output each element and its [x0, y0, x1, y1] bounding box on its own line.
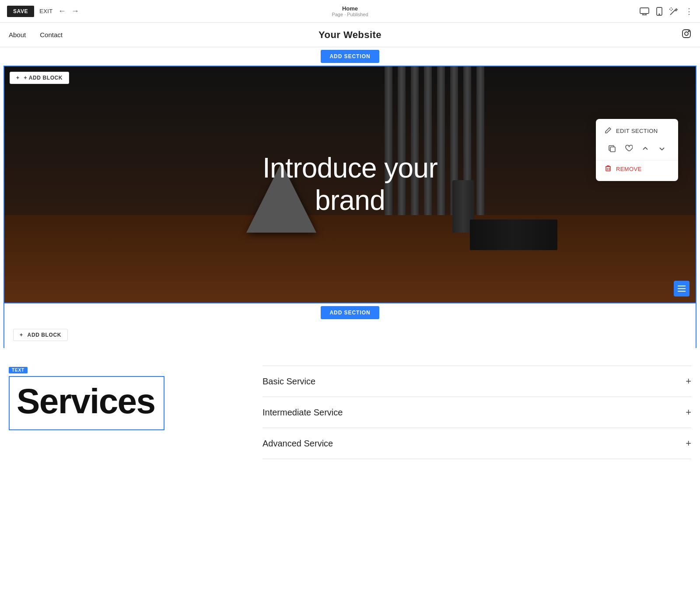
hero-headline-line2: brand	[262, 185, 438, 217]
service-name-advanced: Advanced Service	[262, 439, 333, 449]
move-down-icon-button[interactable]	[654, 143, 669, 157]
service-expand-intermediate[interactable]: +	[686, 407, 691, 418]
add-block-label-2: ADD BLOCK	[28, 332, 61, 338]
svg-point-13	[689, 31, 690, 32]
toolbar: SAVE EXIT ← → Home Page · Published	[0, 0, 700, 23]
add-section-middle: ADD SECTION	[4, 303, 696, 322]
svg-point-5	[659, 14, 660, 14]
remove-item[interactable]: REMOVE	[596, 160, 678, 178]
instagram-icon[interactable]	[682, 31, 691, 40]
book-decoration	[470, 220, 557, 250]
edit-section-label: EDIT SECTION	[616, 128, 658, 134]
toolbar-center: Home Page · Published	[332, 5, 368, 17]
favorite-icon-button[interactable]	[621, 143, 636, 157]
context-menu: EDIT SECTION	[596, 119, 678, 181]
svg-rect-17	[610, 147, 615, 152]
services-section: TEXT Services Basic Service + Intermedia…	[0, 348, 700, 485]
hero-section: + + ADD BLOCK Introduce your brand	[4, 66, 696, 303]
services-left: TEXT Services	[9, 366, 236, 459]
menu-icon-row	[596, 139, 678, 160]
services-text-badge: TEXT	[9, 367, 28, 373]
exit-button[interactable]: EXIT	[39, 8, 52, 14]
service-name-basic: Basic Service	[262, 376, 315, 387]
add-block-label: + ADD BLOCK	[24, 75, 63, 81]
toolbar-left: SAVE EXIT ← →	[7, 6, 79, 17]
service-expand-advanced[interactable]: +	[686, 438, 691, 449]
edit-section-item[interactable]: EDIT SECTION	[596, 122, 678, 139]
add-block-button-2[interactable]: + ADD BLOCK	[13, 329, 68, 341]
svg-rect-18	[606, 167, 610, 171]
magic-wand-button[interactable]	[669, 7, 678, 16]
more-options-button[interactable]: ⋮	[685, 7, 693, 16]
nav-links: About Contact	[9, 31, 63, 38]
add-section-middle-button[interactable]: ADD SECTION	[321, 306, 379, 319]
services-text-wrapper[interactable]: Services	[9, 376, 164, 430]
site-title: Your Website	[318, 29, 382, 41]
add-section-top: ADD SECTION	[0, 47, 700, 66]
hero-list-button[interactable]	[674, 281, 690, 296]
service-name-intermediate: Intermediate Service	[262, 408, 343, 418]
hero-headline: Introduce your brand	[262, 152, 438, 216]
remove-label: REMOVE	[616, 166, 642, 172]
page-name: Home	[332, 5, 368, 12]
service-row-intermediate[interactable]: Intermediate Service +	[262, 397, 691, 428]
services-right: Basic Service + Intermediate Service + A…	[262, 366, 691, 459]
trash-icon	[605, 165, 612, 173]
edit-icon	[605, 127, 612, 135]
redo-button[interactable]: →	[71, 7, 79, 16]
hero-headline-line1: Introduce your	[262, 152, 438, 185]
duplicate-icon-button[interactable]	[605, 143, 620, 157]
service-row-advanced[interactable]: Advanced Service +	[262, 428, 691, 459]
undo-button[interactable]: ←	[58, 7, 66, 16]
nav-bar: About Contact Your Website	[0, 23, 700, 47]
plus-icon: +	[16, 75, 20, 81]
add-block-button[interactable]: + + ADD BLOCK	[10, 72, 69, 84]
nav-about[interactable]: About	[9, 31, 26, 38]
desktop-view-button[interactable]	[640, 7, 649, 15]
add-section-top-button[interactable]: ADD SECTION	[321, 50, 379, 63]
nav-right	[682, 29, 691, 41]
services-title: Services	[17, 384, 155, 419]
hero-floor	[4, 215, 696, 303]
plus-icon-2: +	[20, 332, 23, 338]
service-expand-basic[interactable]: +	[686, 376, 691, 387]
nav-contact[interactable]: Contact	[40, 31, 63, 38]
move-up-icon-button[interactable]	[638, 143, 653, 157]
hero-image: Introduce your brand	[4, 66, 696, 303]
add-block-area2: + ADD BLOCK	[4, 322, 696, 348]
page-status: Page · Published	[332, 12, 368, 17]
svg-rect-0	[640, 8, 649, 14]
service-row-basic[interactable]: Basic Service +	[262, 366, 691, 397]
svg-point-12	[685, 32, 688, 35]
mobile-view-button[interactable]	[656, 7, 662, 16]
save-button[interactable]: SAVE	[7, 6, 34, 17]
toolbar-right: ⋮	[640, 7, 693, 16]
